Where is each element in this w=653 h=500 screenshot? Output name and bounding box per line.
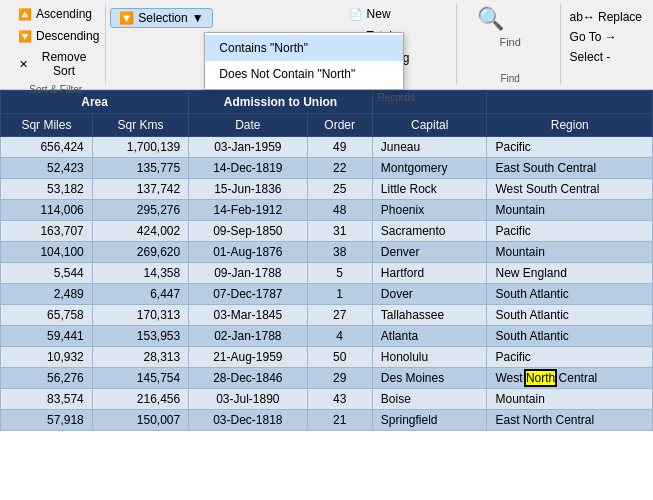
ascending-button[interactable]: 🔼 Ascending — [12, 4, 97, 24]
table-cell: Mountain — [487, 200, 653, 221]
table-cell: Dover — [372, 284, 487, 305]
find-button[interactable]: 🔍 — [467, 4, 514, 34]
descending-label: Descending — [36, 29, 99, 43]
table-cell: Atlanta — [372, 326, 487, 347]
find-label: Find — [467, 36, 554, 48]
selection-container: 🔽 Selection ▼ Contains "North" Does Not … — [110, 4, 212, 28]
table-cell: 03-Jan-1959 — [189, 137, 307, 158]
table-cell: 135,775 — [92, 158, 188, 179]
table-cell: 10,932 — [1, 347, 93, 368]
table-cell: 15-Jun-1836 — [189, 179, 307, 200]
table-cell: 03-Jul-1890 — [189, 389, 307, 410]
table-cell: 29 — [307, 368, 372, 389]
selection-button[interactable]: 🔽 Selection ▼ — [110, 8, 212, 28]
table-cell: 25 — [307, 179, 372, 200]
table-cell: 295,276 — [92, 200, 188, 221]
descending-icon: 🔽 — [17, 28, 33, 44]
table-cell: 09-Jan-1788 — [189, 263, 307, 284]
table-cell: 4 — [307, 326, 372, 347]
table-cell: 14-Feb-1912 — [189, 200, 307, 221]
table-cell: 216,456 — [92, 389, 188, 410]
table-cell: 59,441 — [1, 326, 93, 347]
table-cell: 153,953 — [92, 326, 188, 347]
does-not-contain-north-option[interactable]: Does Not Contain "North" — [205, 61, 403, 87]
table-cell: 48 — [307, 200, 372, 221]
table-cell: 02-Jan-1788 — [189, 326, 307, 347]
table-cell: 104,100 — [1, 242, 93, 263]
selection-dropdown-menu: Contains "North" Does Not Contain "North… — [204, 32, 404, 90]
highlighted-north: North — [526, 371, 555, 385]
table-cell: 14-Dec-1819 — [189, 158, 307, 179]
table-cell: Pacific — [487, 137, 653, 158]
table-cell: 1 — [307, 284, 372, 305]
table-cell: 65,758 — [1, 305, 93, 326]
toolbar: 🔼 Ascending 🔽 Descending ✕ Remove Sort S… — [0, 0, 653, 90]
find-extra-group: ab↔ Replace Go To → Select - — [565, 4, 647, 66]
new-icon: 📄 — [348, 6, 364, 22]
table-cell: Boise — [372, 389, 487, 410]
table-cell: Little Rock — [372, 179, 487, 200]
replace-button[interactable]: ab↔ Replace — [565, 8, 647, 26]
table-cell: Honolulu — [372, 347, 487, 368]
table-cell: South Atlantic — [487, 326, 653, 347]
table-cell: 52,423 — [1, 158, 93, 179]
table-cell: 43 — [307, 389, 372, 410]
table-container: Area Admission to Union Sqr Miles Sqr Km… — [0, 90, 653, 500]
descending-button[interactable]: 🔽 Descending — [12, 26, 104, 46]
table-cell: 01-Aug-1876 — [189, 242, 307, 263]
table-row: 83,574216,45603-Jul-189043BoiseMountain — [1, 389, 653, 410]
table-cell: 22 — [307, 158, 372, 179]
table-cell: Phoenix — [372, 200, 487, 221]
table-cell: 14,358 — [92, 263, 188, 284]
table-cell: Springfield — [372, 410, 487, 431]
selection-label: Selection — [138, 11, 187, 25]
capital-header: Capital — [372, 114, 487, 137]
table-row: 656,4241,700,13903-Jan-195949JuneauPacif… — [1, 137, 653, 158]
table-cell: 50 — [307, 347, 372, 368]
table-cell: 137,742 — [92, 179, 188, 200]
contains-north-option[interactable]: Contains "North" — [205, 35, 403, 61]
table-row: 163,707424,00209-Sep-185031SacramentoPac… — [1, 221, 653, 242]
new-button[interactable]: 📄 New — [343, 4, 396, 24]
table-cell: 31 — [307, 221, 372, 242]
table-cell: 53,182 — [1, 179, 93, 200]
table-cell: Pacific — [487, 221, 653, 242]
select-label: Select - — [570, 50, 611, 64]
table-cell: 170,313 — [92, 305, 188, 326]
col-header-row: Sqr Miles Sqr Kms Date Order Capital Reg… — [1, 114, 653, 137]
table-cell: 163,707 — [1, 221, 93, 242]
table-cell: 269,620 — [92, 242, 188, 263]
filter-icon: 🔽 — [119, 11, 134, 25]
table-cell: Juneau — [372, 137, 487, 158]
table-cell: 145,754 — [92, 368, 188, 389]
table-cell: South Atlantic — [487, 305, 653, 326]
table-row: 57,918150,00703-Dec-181821SpringfieldEas… — [1, 410, 653, 431]
table-cell: 49 — [307, 137, 372, 158]
sort-filter-group-label: Sort & Filter — [12, 82, 99, 95]
table-cell: East South Central — [487, 158, 653, 179]
table-row: 53,182137,74215-Jun-183625Little RockWes… — [1, 179, 653, 200]
table-cell: 28-Dec-1846 — [189, 368, 307, 389]
remove-sort-button[interactable]: ✕ Remove Sort — [12, 48, 99, 80]
region-group-header — [487, 91, 653, 114]
table-cell: 656,424 — [1, 137, 93, 158]
remove-sort-label: Remove Sort — [34, 50, 95, 78]
select-button[interactable]: Select - — [565, 48, 647, 66]
table-cell: East North Central — [487, 410, 653, 431]
table-cell: 424,002 — [92, 221, 188, 242]
table-cell: New England — [487, 263, 653, 284]
table-row: 65,758170,31303-Mar-184527TallahasseeSou… — [1, 305, 653, 326]
find-icon: 🔍 — [477, 6, 504, 32]
table-cell: West North Central — [487, 368, 653, 389]
goto-button[interactable]: Go To → — [565, 28, 647, 46]
table-cell: 28,313 — [92, 347, 188, 368]
sort-filter-group: 🔼 Ascending 🔽 Descending ✕ Remove Sort S… — [6, 4, 106, 84]
table-cell: 03-Dec-1818 — [189, 410, 307, 431]
table-body: 656,4241,700,13903-Jan-195949JuneauPacif… — [1, 137, 653, 431]
table-row: 5,54414,35809-Jan-17885HartfordNew Engla… — [1, 263, 653, 284]
table-cell: Denver — [372, 242, 487, 263]
table-cell: Mountain — [487, 242, 653, 263]
table-row: 114,006295,27614-Feb-191248PhoenixMounta… — [1, 200, 653, 221]
remove-sort-icon: ✕ — [17, 56, 31, 72]
table-cell: 57,918 — [1, 410, 93, 431]
